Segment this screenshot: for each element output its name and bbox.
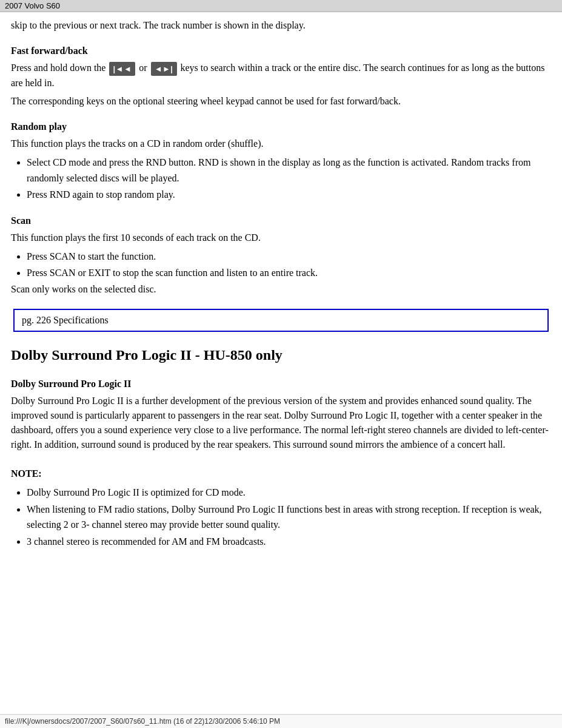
scan-title: Scan xyxy=(11,214,551,228)
list-item: Select CD mode and press the RND button.… xyxy=(27,155,551,186)
list-item: Press RND again to stop random play. xyxy=(27,187,551,203)
list-item: Press SCAN or EXIT to stop the scan func… xyxy=(27,265,551,281)
random-play-list: Select CD mode and press the RND button.… xyxy=(17,155,551,203)
ff-text-before: Press and hold down the xyxy=(11,62,105,73)
scan-intro: This function plays the first 10 seconds… xyxy=(11,231,551,245)
intro-text: skip to the previous or next track. The … xyxy=(11,18,551,33)
fast-forward-section: Fast forward/back Press and hold down th… xyxy=(11,44,551,109)
dolby-text: Dolby Surround Pro Logic II is a further… xyxy=(11,394,551,452)
list-item: When listening to FM radio stations, Dol… xyxy=(27,502,551,533)
dolby-big-title: Dolby Surround Pro Logic II - HU-850 onl… xyxy=(11,344,551,366)
scan-list: Press SCAN to start the function. Press … xyxy=(17,249,551,281)
dolby-section: Dolby Surround Pro Logic II - HU-850 onl… xyxy=(11,344,551,549)
top-bar: 2007 Volvo S60 xyxy=(0,0,562,12)
note-list: Dolby Surround Pro Logic II is optimized… xyxy=(17,485,551,549)
fast-forward-title: Fast forward/back xyxy=(11,44,551,58)
list-item: Dolby Surround Pro Logic II is optimized… xyxy=(27,485,551,500)
list-item: Press SCAN to start the function. xyxy=(27,249,551,265)
random-play-intro: This function plays the tracks on a CD i… xyxy=(11,136,551,151)
bottom-bar-text: file:///K|/ownersdocs/2007/2007_S60/07s6… xyxy=(5,717,280,726)
note-label: NOTE: xyxy=(11,467,551,481)
scan-outro: Scan only works on the selected disc. xyxy=(11,282,551,297)
random-play-title: Random play xyxy=(11,120,551,134)
fast-forward-text2: The corresponding keys on the optional s… xyxy=(11,94,551,109)
prev-key: |◄◄ xyxy=(109,62,135,76)
spec-box[interactable]: pg. 226 Specifications xyxy=(13,309,549,332)
ff-or: or xyxy=(139,62,149,73)
spec-box-text: pg. 226 Specifications xyxy=(22,315,109,325)
random-play-section: Random play This function plays the trac… xyxy=(11,120,551,203)
next-key: ◄►| xyxy=(151,62,177,76)
top-bar-title: 2007 Volvo S60 xyxy=(5,1,60,10)
dolby-subtitle: Dolby Surround Pro Logic II xyxy=(11,377,551,391)
bottom-bar: file:///K|/ownersdocs/2007/2007_S60/07s6… xyxy=(0,714,562,728)
scan-section: Scan This function plays the first 10 se… xyxy=(11,214,551,297)
main-content: skip to the previous or next track. The … xyxy=(0,12,562,575)
fast-forward-text: Press and hold down the |◄◄ or ◄►| keys … xyxy=(11,61,551,90)
note-label-text: NOTE: xyxy=(11,468,42,479)
list-item: 3 channel stereo is recommended for AM a… xyxy=(27,534,551,550)
